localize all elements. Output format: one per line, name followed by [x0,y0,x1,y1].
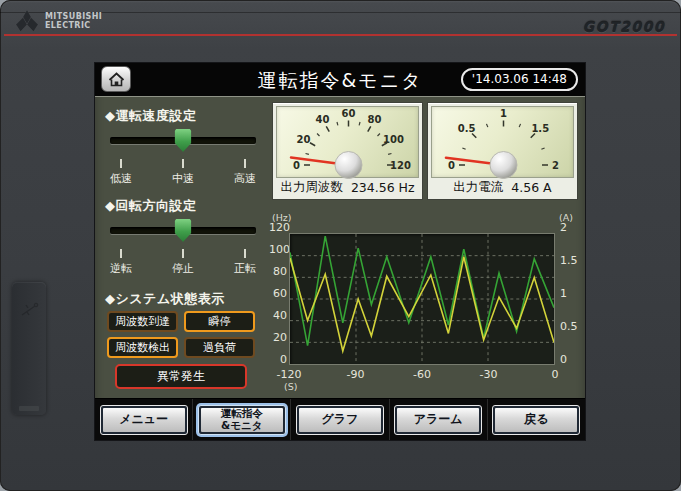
tick-mark [120,249,122,258]
direction-section-heading: ◆回転方向設定 [105,197,197,215]
direction-slider-handle[interactable] [175,219,192,242]
nav-graph-button[interactable]: グラフ [296,405,384,435]
svg-text:1: 1 [500,108,507,119]
svg-text:120: 120 [390,160,411,171]
speed-option-low: 低速 [110,171,132,186]
nav-alarm-button[interactable]: アラーム [394,405,482,435]
gauge-output-current: 00.511.52 出力電流 4.56 A [427,102,578,200]
svg-text:60: 60 [342,108,356,119]
speed-slider[interactable] [110,129,256,153]
bottom-nav-bar: メニュー 運転指令&モニタ グラフ アラーム 戻る [95,398,585,440]
nav-menu-button[interactable]: メニュー [100,405,188,435]
y-right-tick: 0 [560,353,567,366]
gauge-output-frequency: 020406080100120 出力周波数 234.56 Hz [272,102,423,200]
lcd-screen: 運転指令&モニタ '14.03.06 14:48 ◆運転速度設定 低速 中速 高… [95,63,585,440]
nav-button-label: 運転指令 [221,408,263,420]
speed-option-high: 高速 [234,171,256,186]
svg-text:20: 20 [297,134,311,145]
hmi-device: MITSUBISHI ELECTRIC GOT2000 運転指令&モニタ '14 [0,0,681,491]
y-left-tick: 40 [269,309,287,322]
gauge-frequency-title: 出力周波数 [280,179,343,196]
tick-mark [244,249,246,258]
alarm-indicator: 異常発生 [115,364,247,389]
gauge-frequency-value: 234.56 Hz [351,180,415,195]
x-tick: -120 [277,368,302,381]
brand-logo: MITSUBISHI ELECTRIC [14,9,102,33]
tick-mark [244,159,246,168]
speed-option-mid: 中速 [172,171,194,186]
gauge-dial-frequency: 020406080100120 [277,107,420,179]
svg-text:1.5: 1.5 [531,123,549,134]
direction-slider[interactable] [110,219,256,243]
trend-plot-area [289,233,555,365]
svg-text:0: 0 [293,160,300,171]
nav-button-label: メニュー [119,413,168,426]
direction-option-forward: 正転 [234,261,256,276]
model-logo: GOT2000 [583,19,665,35]
status-lamp-grid: 周波数到達 瞬停 周波数検出 過負荷 [107,311,255,358]
svg-text:80: 80 [368,114,382,125]
speed-slider-handle[interactable] [175,129,192,152]
tick-mark [182,159,184,168]
svg-text:0: 0 [448,160,455,171]
svg-text:40: 40 [316,114,330,125]
x-tick: 0 [552,368,559,381]
y-left-tick: 80 [269,265,287,278]
gauge-current-title: 出力電流 [453,179,503,196]
trend-chart: (Hz) (A) 120 100 80 60 40 20 0 2 1.5 1 0… [272,210,580,396]
y-left-tick: 0 [269,353,287,366]
y-left-tick: 120 [269,221,287,234]
y-right-tick: 1 [560,287,567,300]
direction-option-stop: 停止 [172,261,194,276]
x-tick: -90 [347,368,365,381]
lamp-instant-stop: 瞬停 [184,311,255,332]
svg-text:0.5: 0.5 [458,123,476,134]
nav-button-label: アラーム [414,413,463,426]
direction-option-reverse: 逆転 [110,261,132,276]
y-left-tick: 20 [269,331,287,344]
y-left-tick: 100 [269,243,287,256]
nav-back-button[interactable]: 戻る [492,405,580,435]
title-bar: 運転指令&モニタ '14.03.06 14:48 [95,63,585,97]
trend-plot-canvas [290,234,554,364]
status-section-heading: ◆システム状態表示 [105,290,225,308]
accent-stripe [4,34,677,36]
nav-button-label2: &モニタ [221,420,262,432]
lamp-frequency-detect: 周波数検出 [107,337,178,358]
y-left-tick: 60 [269,287,287,300]
svg-text:2: 2 [552,160,559,171]
gauge-dial-current: 00.511.52 [432,107,575,179]
y-right-tick: 1.5 [560,254,578,267]
x-tick: -60 [413,368,431,381]
y-right-tick: 0.5 [560,320,578,333]
x-axis-unit: (S) [284,381,297,392]
speed-section-heading: ◆運転速度設定 [105,107,197,125]
nav-operation-monitor-button[interactable]: 運転指令&モニタ [198,405,286,435]
lamp-frequency-reached: 周波数到達 [107,311,178,332]
x-tick: -30 [480,368,498,381]
gauge-face: 00.511.52 [431,106,574,178]
brand-line2: ELECTRIC [45,21,102,30]
usb-door-latch [19,406,39,411]
usb-icon [19,300,39,320]
nav-button-label: 戻る [524,413,548,426]
gauge-current-value: 4.56 A [511,180,551,195]
tick-mark [120,159,122,168]
mitsubishi-diamonds-icon [14,9,40,33]
speed-scale: 低速 中速 高速 [103,159,263,186]
nav-button-label: グラフ [322,413,359,426]
lamp-overload: 過負荷 [184,337,255,358]
datetime-display: '14.03.06 14:48 [461,68,578,91]
gauge-face: 020406080100120 [276,106,419,178]
direction-scale: 逆転 停止 正転 [103,249,263,276]
tick-mark [182,249,184,258]
usb-cover-door [12,282,46,415]
y-right-tick: 2 [560,221,567,234]
svg-text:100: 100 [383,134,404,145]
brand-line1: MITSUBISHI [45,12,102,21]
